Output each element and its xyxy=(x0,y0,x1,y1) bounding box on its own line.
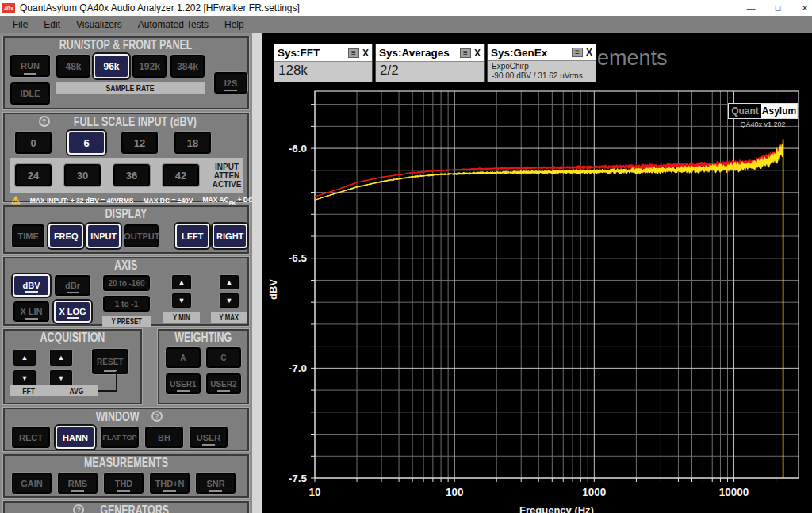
close-button[interactable]: ✕ xyxy=(791,0,812,16)
section-title: RUN/STOP & FRONT PANEL xyxy=(5,38,247,52)
title-bar: 40x QuantAsylum QA40x Audio Analyzer 1.2… xyxy=(0,0,812,16)
input-30dbv-button[interactable]: 30 xyxy=(63,163,102,187)
up-arrow-icon: ▲ xyxy=(178,278,186,286)
hann-window-button[interactable]: HANN xyxy=(56,426,95,449)
help-icon[interactable]: ? xyxy=(73,504,84,513)
i2s-button[interactable]: I2S xyxy=(213,71,248,94)
fft-size-value: 128k xyxy=(278,63,308,78)
input-0dbv-button[interactable]: 0 xyxy=(14,131,52,155)
idle-button[interactable]: IDLE xyxy=(10,82,51,105)
time-button[interactable]: TIME xyxy=(11,224,45,248)
weighting-a-button[interactable]: A xyxy=(165,346,201,369)
xlin-button[interactable]: X LIN xyxy=(13,301,50,323)
menu-automated-tests[interactable]: Automated Tests xyxy=(130,19,216,30)
input-6dbv-button[interactable]: 6 xyxy=(67,131,105,155)
right-button[interactable]: RIGHT xyxy=(213,224,247,248)
help-icon[interactable]: ? xyxy=(151,411,163,422)
down-arrow-icon: ▼ xyxy=(178,297,186,304)
rms-button[interactable]: RMS xyxy=(57,472,98,495)
section-title: MEASUREMENTS xyxy=(5,456,247,469)
section-title: DISPLAY xyxy=(5,207,247,220)
section-axis: AXIS dBV dBr X LIN X LOG 20 to -160 1 to… xyxy=(3,257,249,326)
sample-rate-96k[interactable]: 96k xyxy=(94,54,129,78)
thd-button[interactable]: THD xyxy=(103,472,144,495)
close-icon[interactable]: X xyxy=(586,47,592,58)
app-window: 40x QuantAsylum QA40x Audio Analyzer 1.2… xyxy=(0,0,812,513)
ymax-up-button[interactable]: ▲ xyxy=(219,274,239,290)
input-button[interactable]: INPUT xyxy=(86,224,121,248)
menu-help[interactable]: Help xyxy=(216,19,252,30)
menu-file[interactable]: File xyxy=(5,19,36,30)
y-max-label: Y MAX xyxy=(211,312,247,323)
menu-edit[interactable]: Edit xyxy=(36,19,68,30)
sys-fft-title: Sys:FFT xyxy=(278,47,348,59)
warning-icon: ⚠ xyxy=(11,195,21,205)
freq-button[interactable]: FREQ xyxy=(48,224,83,248)
firmware-version: QA40x v1.202 xyxy=(728,121,798,128)
section-acquisition: ACQUISITION ▲ ▼ ▲ ▼ RESET FFT AVG xyxy=(3,329,142,404)
chart-area: 10100100010000-6.0-6.5-7.0-7.5 ements Sy… xyxy=(262,33,812,513)
close-icon[interactable]: X xyxy=(362,48,369,59)
y-axis-label: dBV xyxy=(267,266,280,313)
up-arrow-icon: ▲ xyxy=(226,278,233,286)
averages-value: 2/2 xyxy=(380,63,399,78)
sys-averages-panel: Sys:Averages ≡ X 2/2 xyxy=(375,44,485,82)
panel-splitter[interactable] xyxy=(252,33,262,513)
input-24dbv-button[interactable]: 24 xyxy=(14,163,52,187)
snr-button[interactable]: SNR xyxy=(195,472,236,495)
xlog-button[interactable]: X LOG xyxy=(54,301,91,323)
x-axis-label: Frequency (Hz) xyxy=(452,504,661,513)
menu-visualizers[interactable]: Visualizers xyxy=(68,19,130,30)
x-tick-label: 10 xyxy=(308,486,320,498)
left-button[interactable]: LEFT xyxy=(175,224,210,248)
y-tick-label: -7.5 xyxy=(289,473,308,484)
maximize-button[interactable]: □ xyxy=(764,0,791,16)
sample-rate-192k[interactable]: 192k xyxy=(132,54,167,78)
user-window-button[interactable]: USER xyxy=(189,426,228,449)
section-title: GENERATORS xyxy=(90,503,178,513)
y-preset-1-1-button[interactable]: 1 to -1 xyxy=(102,295,151,312)
weighting-c-button[interactable]: C xyxy=(205,346,242,369)
section-title: FULL SCALE INPUT (dBV) xyxy=(56,115,214,128)
input-42dbv-button[interactable]: 42 xyxy=(162,163,200,187)
flattop-window-button[interactable]: FLAT TOP xyxy=(100,426,140,449)
y-tick-label: -6.0 xyxy=(289,143,307,155)
up-arrow-icon: ▲ xyxy=(58,354,65,362)
ymin-up-button[interactable]: ▲ xyxy=(171,274,192,290)
sys-fft-panel: Sys:FFT ≡ X 128k xyxy=(274,44,373,82)
y-min-label: Y MIN xyxy=(163,312,200,323)
input-36dbv-button[interactable]: 36 xyxy=(113,163,151,187)
section-title: ACQUISITION xyxy=(5,331,140,344)
dbv-button[interactable]: dBV xyxy=(13,274,50,297)
output-button[interactable]: OUTPUT xyxy=(124,224,159,248)
sample-rate-384k[interactable]: 384k xyxy=(170,54,205,78)
minimize-button[interactable]: — xyxy=(737,0,764,16)
menu-icon[interactable]: ≡ xyxy=(460,48,471,58)
dbr-button[interactable]: dBr xyxy=(54,274,91,297)
bh-window-button[interactable]: BH xyxy=(144,426,184,449)
ymin-down-button[interactable]: ▼ xyxy=(171,293,192,308)
sample-rate-48k[interactable]: 48k xyxy=(56,54,91,78)
sys-genex-title: Sys:GenEx xyxy=(491,47,572,59)
rect-window-button[interactable]: RECT xyxy=(11,426,51,449)
menu-icon[interactable]: ≡ xyxy=(348,48,359,58)
menu-icon[interactable]: ≡ xyxy=(572,48,583,57)
input-18dbv-button[interactable]: 18 xyxy=(174,131,212,155)
avg-up-button[interactable]: ▲ xyxy=(49,349,73,366)
y-preset-20-160-button[interactable]: 20 to -160 xyxy=(102,274,151,292)
y-preset-label: Y PRESET xyxy=(102,316,151,327)
run-button[interactable]: RUN xyxy=(10,54,51,78)
ymax-down-button[interactable]: ▼ xyxy=(219,293,239,308)
close-icon[interactable]: X xyxy=(474,48,481,59)
section-measurements: MEASUREMENTS GAIN RMS THD THD+N SNR xyxy=(3,454,249,498)
help-icon[interactable]: ? xyxy=(39,116,50,127)
section-title: WINDOW xyxy=(90,410,145,423)
fft-up-button[interactable]: ▲ xyxy=(13,349,36,366)
section-generators: ? GENERATORS xyxy=(3,501,249,513)
thdn-button[interactable]: THD+N xyxy=(149,472,190,495)
weighting-user1-button[interactable]: USER1 xyxy=(165,373,201,395)
gain-button[interactable]: GAIN xyxy=(11,472,52,495)
input-12dbv-button[interactable]: 12 xyxy=(121,131,159,155)
weighting-user2-button[interactable]: USER2 xyxy=(205,373,242,395)
sys-averages-title: Sys:Averages xyxy=(379,47,460,59)
